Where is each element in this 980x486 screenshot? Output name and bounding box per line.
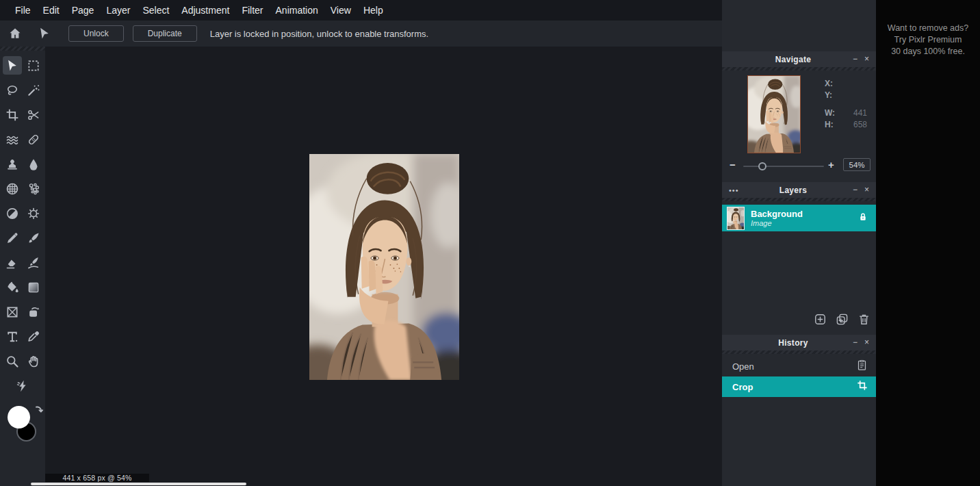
arrange-tool-context-icon[interactable] [37, 26, 52, 41]
layers-close-icon[interactable]: × [861, 182, 873, 198]
clone-stamp-tool-icon[interactable] [3, 155, 22, 173]
navigate-minimize-icon[interactable]: − [849, 51, 861, 67]
history-item-crop[interactable]: Crop [722, 376, 876, 397]
history-minimize-icon[interactable]: − [849, 335, 861, 350]
layers-panel-header: ••• Layers − × [722, 182, 876, 198]
zoom-out-button[interactable]: − [730, 159, 736, 170]
navigate-close-icon[interactable]: × [861, 51, 873, 67]
unlock-button[interactable]: Unlock [68, 25, 124, 42]
menu-page[interactable]: Page [72, 5, 94, 16]
menu-layer[interactable]: Layer [106, 5, 130, 16]
layers-minimize-icon[interactable]: − [849, 182, 861, 198]
tool-grid [0, 56, 45, 395]
add-layer-icon[interactable] [814, 313, 827, 329]
navigate-hatch-divider [722, 67, 876, 71]
duplicate-layer-icon[interactable] [836, 313, 849, 329]
document-icon [856, 359, 868, 374]
text-tool-icon[interactable] [3, 327, 22, 346]
frame-tool-icon[interactable] [3, 303, 22, 321]
zoom-in-button[interactable]: + [828, 159, 834, 170]
layer-thumbnail [727, 207, 745, 230]
menu-select[interactable]: Select [142, 5, 169, 16]
document-size-status: 441 x 658 px @ 54% [62, 474, 131, 482]
ad-line-1: Want to remove ads? [876, 23, 980, 34]
ad-line-2: Try Pixlr Premium [876, 34, 980, 46]
history-item-label: Open [732, 361, 856, 372]
lightning-tool-icon[interactable] [13, 376, 32, 395]
navigate-panel-header: Navigate − × [722, 51, 876, 67]
navigate-thumbnail[interactable] [747, 75, 801, 153]
crop-icon [857, 380, 868, 394]
liquify-tool-icon[interactable] [3, 130, 22, 149]
sponge-tool-icon[interactable] [24, 179, 43, 198]
arrange-tool-icon[interactable] [3, 56, 22, 75]
layer-row-background[interactable]: Background Image [722, 205, 876, 231]
menu-animation[interactable]: Animation [276, 5, 318, 16]
history-panel-title: History [737, 338, 849, 348]
history-item-label: Crop [732, 382, 857, 392]
color-picker-tool-icon[interactable] [24, 327, 43, 346]
zoom-slider[interactable] [743, 166, 824, 167]
menu-adjustment[interactable]: Adjustment [181, 5, 229, 16]
menu-edit[interactable]: Edit [43, 5, 60, 16]
zoom-value: 54% [849, 161, 864, 169]
pixlr-editor-window: File Edit Page Layer Select Adjustment F… [0, 0, 980, 486]
layer-name: Background [751, 209, 858, 219]
crop-tool-icon[interactable] [3, 105, 22, 124]
tool-sidebar [0, 47, 45, 486]
ad-text: Want to remove ads? Try Pixlr Premium 30… [876, 23, 980, 57]
swap-colors-icon[interactable] [31, 405, 43, 420]
menu-file[interactable]: File [15, 5, 31, 16]
color-swatches [0, 405, 45, 447]
blur-drop-tool-icon[interactable] [24, 155, 43, 173]
home-icon[interactable] [8, 26, 23, 41]
canvas-area[interactable]: 441 x 658 px @ 54% [45, 47, 722, 486]
width-value: 441 [853, 108, 867, 117]
sharpen-detail-tool-icon[interactable] [24, 204, 43, 222]
marquee-select-tool-icon[interactable] [24, 56, 43, 75]
ad-column: Want to remove ads? Try Pixlr Premium 30… [876, 0, 980, 486]
lock-icon[interactable] [858, 212, 868, 225]
gradient-tool-icon[interactable] [24, 278, 43, 296]
menu-filter[interactable]: Filter [242, 5, 263, 16]
ad-line-3: 30 days 100% free. [876, 46, 980, 57]
layer-actions [814, 313, 871, 329]
heal-bandage-tool-icon[interactable] [24, 130, 43, 149]
document-image[interactable] [309, 154, 459, 380]
zoom-tool-icon[interactable] [3, 352, 22, 370]
hand-tool-icon[interactable] [24, 352, 43, 370]
sidebar-hatch-divider [0, 47, 45, 51]
zoom-controls: − + 54% [722, 156, 876, 177]
magic-wand-tool-icon[interactable] [24, 81, 43, 99]
layer-locked-message: Layer is locked in position, unlock to e… [210, 29, 428, 39]
duplicate-button[interactable]: Duplicate [133, 25, 197, 42]
foreground-color-swatch[interactable] [8, 406, 30, 429]
width-label: W: [825, 108, 835, 117]
delete-layer-icon[interactable] [858, 313, 871, 329]
navigate-coordinates: X: Y: W:441 H:658 [825, 79, 867, 131]
menu-view[interactable]: View [331, 5, 351, 16]
draw-brush-tool-icon[interactable] [24, 229, 43, 247]
history-hatch-divider [722, 350, 876, 354]
lasso-select-tool-icon[interactable] [3, 81, 22, 99]
eraser-tool-icon[interactable] [3, 253, 22, 272]
smudge-brush-tool-icon[interactable] [24, 253, 43, 272]
cutout-scissors-tool-icon[interactable] [24, 105, 43, 124]
shape-tool-icon[interactable] [24, 303, 43, 321]
history-item-open[interactable]: Open [722, 356, 876, 376]
history-close-icon[interactable]: × [861, 335, 873, 350]
pixelate-tool-icon[interactable] [3, 179, 22, 198]
layers-menu-icon[interactable]: ••• [729, 186, 739, 194]
layers-panel-title: Layers [737, 186, 849, 195]
fill-bucket-tool-icon[interactable] [3, 278, 22, 296]
dodge-burn-tool-icon[interactable] [3, 204, 22, 222]
zoom-value-field[interactable]: 54% [843, 158, 871, 171]
height-label: H: [825, 120, 834, 129]
menu-help[interactable]: Help [363, 5, 383, 16]
horizontal-scrollbar[interactable] [31, 483, 246, 485]
x-label: X: [825, 79, 833, 88]
status-bar: 441 x 658 px @ 54% [45, 474, 149, 482]
y-label: Y: [825, 90, 832, 99]
zoom-slider-knob[interactable] [758, 162, 766, 170]
pencil-tool-icon[interactable] [3, 229, 22, 247]
